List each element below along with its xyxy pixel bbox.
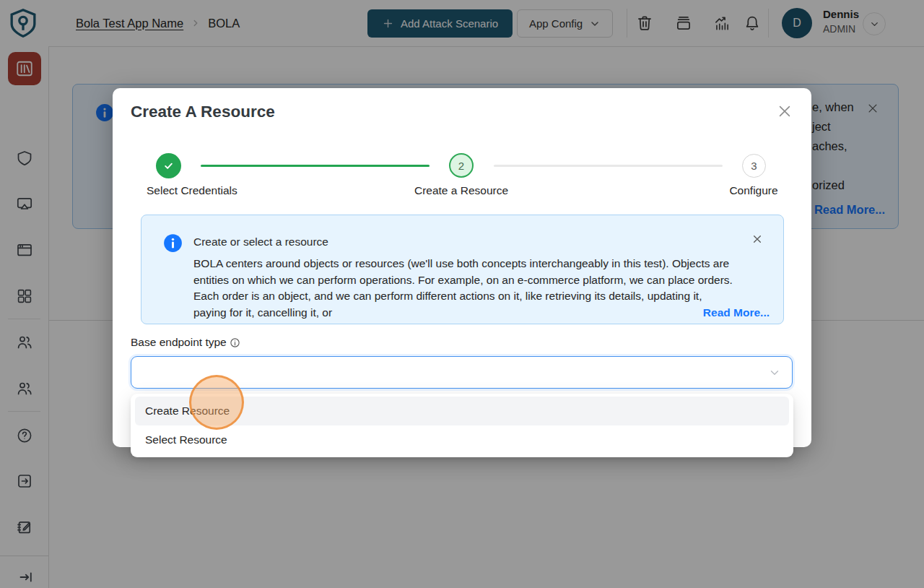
- modal-close-icon[interactable]: [777, 103, 793, 119]
- chevron-down-icon: [768, 366, 781, 379]
- dropdown-option-select-resource[interactable]: Select Resource: [135, 425, 789, 454]
- alert-close-icon[interactable]: [751, 233, 763, 245]
- resource-info-alert: Create or select a resource BOLA centers…: [141, 215, 784, 324]
- step-3-number: 3: [751, 160, 757, 172]
- step-2-number: 2: [458, 160, 464, 172]
- step-2-label: Create a Resource: [389, 184, 533, 197]
- step-3-circle: 3: [742, 154, 766, 178]
- base-endpoint-type-label: Base endpoint type: [131, 336, 240, 349]
- step-3-label: Configure: [681, 184, 826, 197]
- modal-title: Create A Resource: [131, 103, 275, 121]
- check-icon: [162, 159, 175, 173]
- info-circle-icon[interactable]: [230, 337, 240, 348]
- step-2-circle: 2: [449, 153, 474, 178]
- step-1-circle: [156, 153, 181, 178]
- app-page: Bola Test App Name BOLA Add Attack Scena…: [0, 0, 924, 588]
- alert-title: Create or select a resource: [193, 235, 328, 248]
- alert-read-more-link[interactable]: Read More...: [618, 306, 770, 319]
- click-indicator: [189, 375, 244, 430]
- field-label-text: Base endpoint type: [131, 336, 227, 349]
- info-icon: [163, 233, 183, 253]
- step-1-label: Select Credentials: [147, 184, 237, 197]
- step-connector-upcoming: [494, 165, 723, 167]
- step-connector-done: [201, 165, 430, 167]
